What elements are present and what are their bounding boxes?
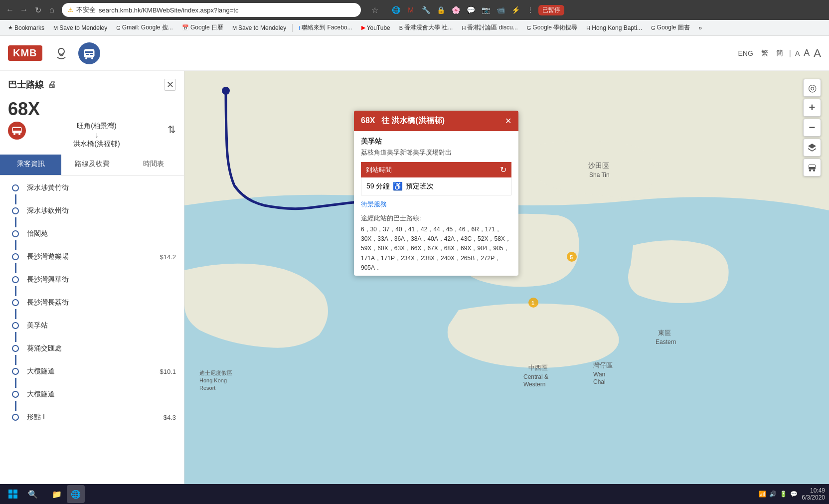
svg-point-6 (85, 57, 87, 59)
zoom-out-button[interactable]: − (803, 119, 821, 137)
bookmark-hkdiscuss-label: 香港討論區 discu... (467, 23, 517, 32)
bookmark-gmail-label: Gmail: Google 搜... (122, 23, 173, 32)
list-item[interactable]: 長沙灣長荔街 (0, 294, 184, 311)
layers-button[interactable] (803, 139, 821, 157)
bookmark-gbooks[interactable]: G Google 圖書 (647, 22, 694, 33)
taskbar-search-button[interactable]: 🔍 (24, 488, 42, 501)
transit-button[interactable] (803, 159, 821, 176)
bus-schedule-icon-btn[interactable] (78, 42, 100, 64)
bookmark-hkbu-label: 香港浸會大學 社... (404, 23, 453, 32)
battery-icon: 🔋 (780, 491, 787, 498)
ext-btn-9[interactable]: ⚡ (508, 3, 522, 17)
popup-street-view-link[interactable]: 街景服務 (361, 200, 387, 209)
tab-passenger-info[interactable]: 乘客資訊 (0, 155, 61, 175)
list-item[interactable]: 美孚站 (0, 317, 184, 334)
taskbar-right: 📶 🔊 🔋 💬 10:49 6/3/2020 (759, 487, 825, 501)
bookmark-gmail[interactable]: G Gmail: Google 搜... (112, 22, 177, 33)
popup-header: 68X 往 洪水橋(洪福邨) ✕ (354, 111, 518, 131)
list-item[interactable]: 形點 I $4.3 (0, 409, 184, 426)
list-item[interactable]: 大欖隧道 (0, 386, 184, 403)
popup-arrival-header-text: 到站時間 (366, 166, 392, 174)
stop-dot-container (8, 299, 23, 306)
app-header: KMB ENG 繁 簡 | A A A (0, 36, 829, 71)
list-item[interactable]: 深水埗黃竹街 (0, 179, 184, 196)
bookmark-mendeley-1[interactable]: M Save to Mendeley (49, 23, 111, 32)
ext-btn-7[interactable]: 📷 (479, 3, 493, 17)
ext-btn-4[interactable]: 🔒 (434, 3, 448, 17)
stop-price: $14.2 (160, 253, 176, 261)
popup-route-direction: 68X 往 洪水橋(洪福邨) (361, 116, 445, 126)
home-button[interactable]: ⌂ (46, 4, 58, 16)
address-bar[interactable]: ⚠ 不安全 search.kmb.hk/KMBWebSite/index.asp… (62, 3, 361, 17)
lang-eng-btn[interactable]: ENG (736, 48, 755, 58)
notification-icon[interactable]: 💬 (790, 491, 798, 498)
font-large-btn[interactable]: A (814, 47, 821, 60)
bookmark-hkdiscuss[interactable]: H 香港討論區 discu... (458, 22, 521, 33)
bookmark-hkbu2[interactable]: H Hong Kong Bapti... (582, 23, 646, 32)
font-small-btn[interactable]: A (795, 49, 800, 57)
stop-name: 美孚站 (23, 321, 176, 330)
list-item[interactable]: 長沙灣遊樂場 $14.2 (0, 248, 184, 265)
lang-trad-btn[interactable]: 繁 (759, 48, 770, 59)
list-item[interactable]: 大欖隧道 $10.1 (0, 363, 184, 380)
lang-simp-btn[interactable]: 簡 (774, 48, 785, 59)
bookmark-mendeley-2[interactable]: M Save to Mendeley (228, 23, 290, 32)
bookmark-more[interactable]: » (695, 23, 706, 32)
profile-button[interactable]: 已暫停 (538, 5, 564, 15)
bookmark-star-icon[interactable]: ☆ (369, 4, 381, 16)
bookmark-bookmarks[interactable]: ★ Bookmarks (4, 23, 48, 32)
bookmark-calendar[interactable]: 📅 Google 日曆 (178, 22, 227, 33)
bookmark-hkbu[interactable]: B 香港浸會大學 社... (395, 22, 457, 33)
popup-routes-label: 途經此站的巴士路線: (361, 214, 511, 223)
ext-btn-3[interactable]: 🔧 (419, 3, 433, 17)
ext-btn-1[interactable]: 🌐 (389, 3, 403, 17)
browser-actions: ☆ (369, 4, 381, 16)
stop-dot (12, 345, 19, 352)
svg-text:Hong Kong: Hong Kong (199, 377, 227, 383)
tab-timetable[interactable]: 時間表 (123, 155, 184, 175)
tab-route-fare[interactable]: 路線及收費 (61, 155, 123, 175)
ext-btn-2[interactable]: M (404, 3, 418, 17)
font-medium-btn[interactable]: A (804, 48, 810, 58)
route-direction: 旺角(柏景灣) ↓ 洪水橋(洪福邨) ⇅ (8, 122, 176, 149)
ext-btn-10[interactable]: ⋮ (523, 3, 537, 17)
bookmark-youtube[interactable]: ▶ YouTube (357, 23, 394, 32)
compass-button[interactable]: ◎ (803, 79, 821, 97)
bookmark-scholar[interactable]: G Google 學術搜尋 (523, 22, 582, 33)
sidebar-close-button[interactable]: ✕ (164, 79, 176, 91)
svg-text:Wan: Wan (593, 371, 605, 378)
list-item[interactable]: 怡閣苑 (0, 225, 184, 242)
start-button[interactable] (4, 485, 22, 503)
bookmark-mendeley-label-2: Save to Mendeley (238, 24, 286, 31)
bookmarks-bar: ★ Bookmarks M Save to Mendeley G Gmail: … (0, 20, 829, 36)
svg-point-0 (58, 48, 64, 54)
reload-button[interactable]: ↻ (32, 4, 44, 16)
swap-direction-button[interactable]: ⇅ (167, 124, 176, 136)
header-icons (50, 42, 100, 64)
map-controls: ◎ + − (803, 79, 821, 176)
zoom-in-button[interactable]: + (803, 99, 821, 117)
kmb-logo: KMB (8, 45, 42, 61)
map-container[interactable]: 荃灣區 Tsuen Wan 葵青區 Kwai Tsing 沙田區 Sha Tin… (184, 71, 829, 504)
wheelchair-icon: ♿ (393, 181, 403, 191)
ext-btn-5[interactable]: 🌸 (449, 3, 463, 17)
list-item[interactable]: 葵涌交匯處 (0, 340, 184, 357)
svg-point-11 (13, 133, 15, 135)
forward-button[interactable]: → (18, 4, 30, 16)
refresh-icon[interactable]: ↻ (500, 165, 506, 174)
ext-btn-8[interactable]: 📹 (494, 3, 507, 17)
svg-text:1: 1 (531, 300, 534, 306)
bookmark-facebook[interactable]: f 聯絡來到 Facebo... (295, 22, 356, 33)
popup-close-button[interactable]: ✕ (505, 116, 511, 126)
ext-btn-6[interactable]: 💬 (464, 3, 478, 17)
route-search-icon-btn[interactable] (50, 42, 72, 64)
stop-dot-container (8, 391, 23, 398)
taskbar-app-browser[interactable]: 🌐 (67, 485, 85, 503)
bookmark-hkbu2-label: Hong Kong Bapti... (592, 24, 642, 31)
back-button[interactable]: ← (4, 4, 16, 16)
list-item[interactable]: 深水埗欽州街 (0, 202, 184, 219)
print-icon[interactable]: 🖨 (48, 80, 56, 89)
popup-routes-list: 6，30，37，40，41，42，44，45，46，6R，171，30X，33A… (361, 225, 511, 270)
list-item[interactable]: 長沙灣興華街 (0, 271, 184, 288)
taskbar-app-files[interactable]: 📁 (48, 485, 66, 503)
